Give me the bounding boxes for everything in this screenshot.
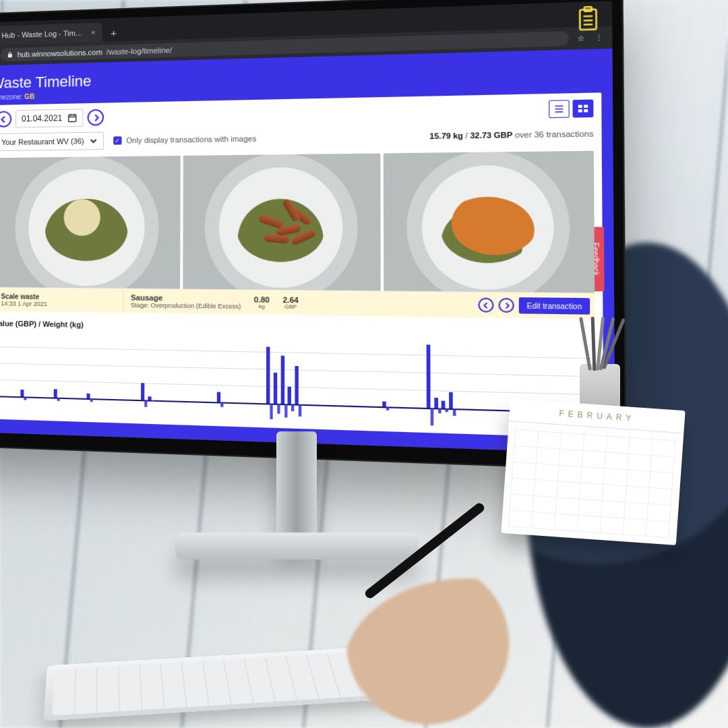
edit-transaction-button[interactable]: Edit transaction: [519, 297, 590, 315]
date-value: 01.04.2021: [22, 113, 62, 123]
site-selector[interactable]: Your Restaurant WV (36): [0, 132, 104, 152]
desk-pencil-cup: [559, 317, 640, 411]
new-tab-button[interactable]: +: [105, 27, 122, 42]
weight-value: 0.80: [254, 295, 270, 304]
star-icon[interactable]: ☆: [576, 33, 587, 44]
selection-stage: Stage: Overproduction (Edible Excess): [131, 301, 241, 309]
selection-timestamp: 14:33 1 Apr 2021: [1, 300, 116, 308]
svg-rect-2: [69, 115, 76, 121]
images-only-label: Only display transactions with images: [126, 134, 256, 144]
selection-weight: 0.80 kg: [254, 295, 270, 310]
svg-rect-6: [584, 109, 588, 113]
date-next-button[interactable]: [88, 109, 104, 126]
desk-calendar: FEBRUARY: [501, 398, 685, 545]
summary-value: 32.73 GBP: [470, 130, 512, 140]
calendar-icon: [67, 113, 77, 123]
timezone-label: Timezone:: [0, 93, 23, 101]
images-only-toggle[interactable]: ✓ Only display transactions with images: [114, 134, 256, 144]
value-weight-chart: 0123: [0, 330, 596, 431]
svg-rect-3: [578, 105, 582, 109]
lock-icon: [7, 51, 13, 58]
summary-weight: 15.79 kg: [429, 131, 463, 141]
svg-rect-0: [580, 9, 596, 30]
date-input[interactable]: 01.04.2021: [16, 109, 84, 127]
tab-title: Winnow Hub - Waste Log - Tim…: [0, 29, 83, 40]
checkbox-icon: ✓: [114, 136, 122, 144]
view-grid-button[interactable]: [572, 100, 593, 118]
clipboard-icon[interactable]: [577, 6, 600, 32]
waste-image-selected[interactable]: [183, 153, 380, 291]
summary-suffix: over 36 transactions: [515, 129, 594, 140]
site-selector-value: Your Restaurant WV (36): [1, 137, 84, 146]
waste-image[interactable]: [384, 151, 595, 293]
menu-icon[interactable]: ⋮: [593, 32, 605, 43]
selection-cost: 2.64 GBP: [283, 295, 299, 310]
date-prev-button[interactable]: [0, 111, 11, 127]
view-list-button[interactable]: [549, 100, 570, 118]
weight-unit: kg: [259, 303, 265, 309]
chevron-down-icon: [90, 137, 98, 145]
cost-unit: GBP: [284, 304, 297, 311]
summary-text: 15.79 kg / 32.73 GBP over 36 transaction…: [429, 129, 593, 141]
waste-image[interactable]: [0, 156, 181, 289]
url-path: /waste-log/timeline/: [107, 46, 172, 56]
timeline-card: Feedback 01.04.2021: [0, 92, 604, 438]
prev-transaction-button[interactable]: [478, 298, 493, 313]
cost-value: 2.64: [283, 295, 299, 304]
close-tab-icon[interactable]: ×: [91, 28, 96, 36]
timezone-value: GB: [24, 93, 34, 100]
image-gallery: [0, 151, 595, 293]
svg-rect-4: [584, 104, 588, 108]
svg-rect-5: [578, 109, 582, 113]
next-transaction-button[interactable]: [499, 298, 514, 313]
url-host: hub.winnowsolutions.com: [18, 48, 102, 59]
